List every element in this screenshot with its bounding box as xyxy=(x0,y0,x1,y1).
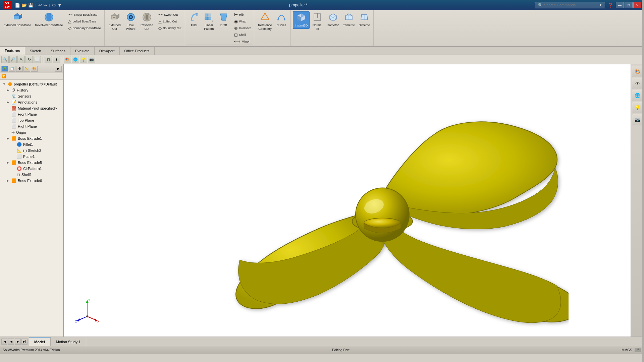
zoom-to-fit-icon[interactable]: 🔍 xyxy=(1,56,9,63)
select-icon[interactable]: ↖ xyxy=(17,56,25,63)
section-view-icon[interactable]: ⬜ xyxy=(34,56,41,63)
cameras-panel-btn[interactable]: 📷 xyxy=(632,114,643,125)
tab-dimxpert[interactable]: DimXpert xyxy=(95,47,120,55)
search-input[interactable] xyxy=(544,3,598,7)
lights-panel-btn[interactable]: 💡 xyxy=(632,102,643,113)
trimetric-button[interactable]: Trimetric xyxy=(341,11,357,28)
tree-material[interactable]: 🧱 Material <not specified> xyxy=(0,105,63,111)
tree-history[interactable]: ▶ ⏱ History xyxy=(0,87,63,93)
scene-panel-btn[interactable]: 🌐 xyxy=(632,90,643,101)
swept-boss-button[interactable]: 〰 Swept Boss/Base xyxy=(67,11,102,18)
tree-shell1[interactable]: ◻ Shell1 xyxy=(0,172,63,178)
appearance-icon[interactable]: 🎨 xyxy=(64,56,71,63)
rotate-view-icon[interactable]: ↻ xyxy=(25,56,33,63)
isometric-button[interactable]: Isometric xyxy=(325,11,341,28)
sw-logo: DSSW xyxy=(3,1,12,9)
extruded-boss-icon xyxy=(13,12,22,23)
search-dropdown-icon[interactable]: ▼ xyxy=(599,3,602,7)
boundary-boss-button[interactable]: ◇ Boundary Boss/Base xyxy=(67,25,102,31)
viewport[interactable]: Y X Z xyxy=(64,64,631,337)
curves-button[interactable]: Curves xyxy=(274,11,288,28)
rebuild-icon[interactable]: ⚙ xyxy=(52,3,56,8)
first-tab-btn[interactable]: |◀ xyxy=(1,339,7,345)
annotations-icon: 📝 xyxy=(11,100,16,105)
hole-wizard-button[interactable]: HoleWizard xyxy=(123,11,138,32)
save-icon[interactable]: 💾 xyxy=(28,3,34,8)
tab-surfaces[interactable]: Surfaces xyxy=(46,47,70,55)
last-tab-btn[interactable]: ▶| xyxy=(21,339,28,345)
dimetric-button[interactable]: Dimetric xyxy=(357,11,371,28)
tree-sketch2[interactable]: 📐 (-) Sketch2 xyxy=(0,147,63,154)
tree-boss-extrude5[interactable]: ▶ 🟧 Boss-Extrude5 xyxy=(0,160,63,166)
tree-fillet1[interactable]: 🔵 Fillet1 xyxy=(0,141,63,147)
normal-to-button[interactable]: NormalTo xyxy=(310,11,324,32)
tab-evaluate[interactable]: Evaluate xyxy=(70,47,95,55)
tree-plane1[interactable]: ⬜ Plane1 xyxy=(0,154,63,160)
reference-geometry-button[interactable]: ReferenceGeometry xyxy=(256,11,274,32)
dimxpert-tab[interactable]: 📐 xyxy=(23,66,30,72)
extruded-cut-button[interactable]: ExtrudedCut xyxy=(107,11,123,32)
revolved-cut-icon xyxy=(142,12,152,23)
tree-sensors[interactable]: 📡 Sensors xyxy=(0,93,63,99)
zoom-in-icon[interactable]: 🔎 xyxy=(9,56,17,63)
open-icon[interactable]: 📂 xyxy=(21,3,27,8)
help-button[interactable]: ? xyxy=(635,348,641,352)
display-manager-tab[interactable]: 🎨 xyxy=(31,66,38,72)
tab-features[interactable]: Features xyxy=(0,47,25,55)
feature-tree-tab[interactable]: 🌳 xyxy=(1,66,8,72)
rib-button[interactable]: ⊢ Rib xyxy=(233,11,252,18)
svg-rect-18 xyxy=(208,17,211,20)
wrap-button[interactable]: ◉ Wrap xyxy=(233,18,252,24)
close-button[interactable]: ✕ xyxy=(633,2,641,8)
display-style-icon[interactable]: ◻ xyxy=(45,56,52,63)
main-tab-bar: Features Sketch Surfaces Evaluate DimXpe… xyxy=(0,47,644,55)
intersect-button[interactable]: ⊗ Intersect xyxy=(233,25,252,31)
tree-origin[interactable]: ✛ Origin xyxy=(0,129,63,135)
lofted-cut-button[interactable]: △ Lofted Cut xyxy=(157,18,183,24)
fillet-button[interactable]: Fillet xyxy=(187,11,201,28)
tree-boss-extrude1[interactable]: ▶ 🟧 Boss-Extrude1 xyxy=(0,135,63,141)
tree-right-plane[interactable]: ⬜ Right Plane xyxy=(0,123,63,129)
tab-sketch[interactable]: Sketch xyxy=(25,47,46,55)
help-icon[interactable]: ❓ xyxy=(608,3,613,8)
mirror-button[interactable]: ⟺ Mirror xyxy=(233,38,252,45)
extruded-boss-button[interactable]: Extruded Boss/Base xyxy=(2,11,33,28)
photo-view-icon[interactable]: 📷 xyxy=(88,56,95,63)
revolved-cut-button[interactable]: RevolvedCut xyxy=(139,11,155,32)
tree-cirpattern1[interactable]: ⭕ CirPattern1 xyxy=(0,166,63,172)
model-tab[interactable]: Model xyxy=(29,337,51,346)
boundary-cut-icon: ◇ xyxy=(158,25,162,31)
motion-study-tab[interactable]: Motion Study 1 xyxy=(51,337,86,346)
tree-boss-extrude6[interactable]: ▶ 🟧 Boss-Extrude6 xyxy=(0,178,63,184)
new-icon[interactable]: 📄 xyxy=(15,3,20,8)
redo-icon[interactable]: ↪ xyxy=(43,3,47,8)
tab-office-products[interactable]: Office Products xyxy=(120,47,155,55)
minimize-button[interactable]: — xyxy=(616,2,624,8)
next-tab-btn[interactable]: ▶ xyxy=(15,339,21,345)
property-manager-tab[interactable]: 📋 xyxy=(9,66,15,72)
panel-expand-icon[interactable]: ▶ xyxy=(55,66,62,72)
linear-pattern-button[interactable]: ▼ LinearPattern xyxy=(202,11,216,32)
display-state-panel-btn[interactable]: 👁 xyxy=(632,78,643,89)
options-icon[interactable]: ▼ xyxy=(57,3,62,8)
swept-cut-button[interactable]: 〰 Swept Cut xyxy=(157,11,183,18)
cut-group: ExtrudedCut HoleWizard xyxy=(105,10,185,46)
appearance-panel-btn[interactable]: 🎨 xyxy=(632,66,643,77)
shell-button[interactable]: ◻ Shell xyxy=(233,32,252,38)
instant3d-button[interactable]: Instant3D xyxy=(293,11,310,29)
tree-root[interactable]: ▼ 🔶 propeller (Default<<Default xyxy=(0,81,63,87)
tree-top-plane[interactable]: ⬜ Top Plane xyxy=(0,117,63,123)
boundary-cut-button[interactable]: ◇ Boundary Cut xyxy=(157,25,183,31)
revolved-boss-button[interactable]: Revolved Boss/Base xyxy=(34,11,65,28)
tree-annotations[interactable]: ▶ 📝 Annotations xyxy=(0,99,63,105)
hide-show-icon[interactable]: 👁 xyxy=(53,56,60,63)
scene-icon[interactable]: 🌐 xyxy=(72,56,79,63)
maximize-button[interactable]: □ xyxy=(625,2,633,8)
undo-icon[interactable]: ↩ xyxy=(38,3,42,8)
prev-tab-btn[interactable]: ◀ xyxy=(8,339,14,345)
draft-button[interactable]: Draft xyxy=(217,11,231,28)
lofted-boss-button[interactable]: △ Lofted Boss/Base xyxy=(67,18,102,24)
realview-icon[interactable]: 💡 xyxy=(80,56,87,63)
tree-front-plane[interactable]: ⬜ Front Plane xyxy=(0,111,63,117)
configuration-tab[interactable]: ⚙ xyxy=(16,66,23,72)
